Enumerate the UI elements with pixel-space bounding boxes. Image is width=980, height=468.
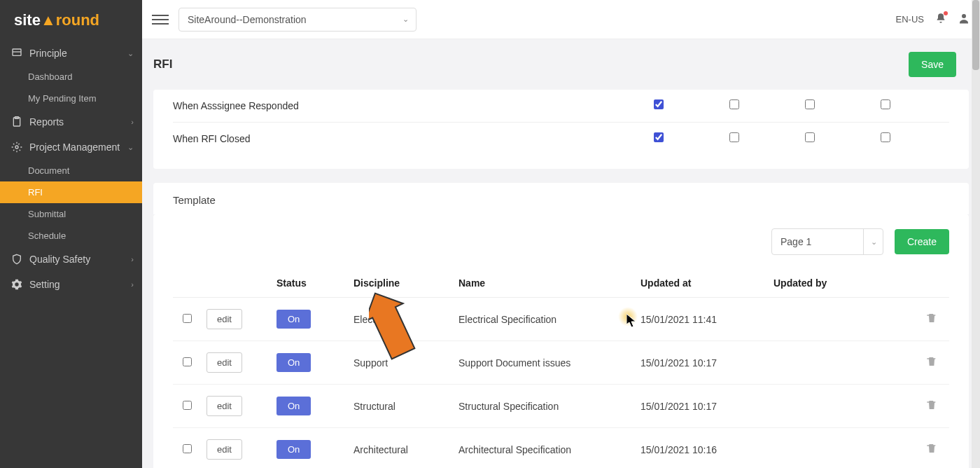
notif-cb-3[interactable]: [805, 99, 815, 109]
sidebar-sub-pending[interactable]: My Pending Item: [0, 88, 142, 109]
main: SiteAround--Demonstration ⌄ EN-US RFI Sa…: [142, 0, 980, 468]
notification-settings-card: When Asssignee Responded When RFI Closed: [153, 90, 969, 169]
th-name: Name: [453, 269, 635, 298]
sidebar-item-principle[interactable]: Principle ⌄: [0, 41, 142, 66]
delete-button[interactable]: [914, 385, 949, 428]
save-button[interactable]: Save: [909, 52, 956, 77]
cell-name: Support Document issues: [453, 341, 635, 385]
cell-discipline: Electrical: [348, 298, 453, 341]
cog-icon: [10, 279, 24, 290]
edit-button[interactable]: edit: [206, 396, 242, 416]
label: Reports: [29, 116, 64, 128]
logo-part1: site: [14, 11, 41, 29]
sidebar-sub-rfi[interactable]: RFI: [0, 181, 142, 203]
create-button[interactable]: Create: [895, 229, 949, 254]
label: Principle: [29, 48, 67, 59]
th-updated-by: Updated by: [768, 269, 914, 298]
notif-cb-3[interactable]: [805, 132, 815, 142]
cell-updated-at: 15/01/2021 10:17: [635, 385, 768, 428]
chevron-right-icon: ›: [131, 255, 134, 263]
table-row: editOnArchitecturalArchitectural Specifi…: [173, 428, 949, 469]
chevron-right-icon: ›: [131, 118, 134, 126]
status-badge: On: [276, 440, 311, 459]
sidebar-sub-schedule[interactable]: Schedule: [0, 225, 142, 247]
logo-part2: round: [56, 11, 99, 29]
cell-updated-by: [768, 428, 914, 469]
sidebar: site▲round Principle ⌄ Dashboard My Pend…: [0, 0, 142, 468]
delete-button[interactable]: [914, 298, 949, 341]
notif-cb-1[interactable]: [654, 99, 664, 109]
sidebar-item-quality-safety[interactable]: Quality Safety ›: [0, 247, 142, 272]
table-row: editOnSupportSupport Document issues15/0…: [173, 341, 949, 385]
sidebar-sub-document[interactable]: Document: [0, 160, 142, 181]
sidebar-sub-dashboard[interactable]: Dashboard: [0, 66, 142, 88]
notif-cb-2[interactable]: [729, 132, 739, 142]
notif-cb-4[interactable]: [881, 99, 890, 109]
notif-cb-2[interactable]: [729, 99, 739, 109]
delete-button[interactable]: [914, 341, 949, 385]
status-badge: On: [276, 353, 311, 372]
gear-icon: [10, 142, 24, 153]
scrollbar-track[interactable]: [972, 0, 980, 468]
row-checkbox[interactable]: [183, 444, 192, 453]
template-card: Page 1 ⌄ Create Status Discipline Name U…: [153, 214, 969, 468]
delete-button[interactable]: [914, 428, 949, 469]
chevron-right-icon: ›: [131, 280, 134, 289]
svg-rect-0: [13, 49, 21, 55]
clipboard-icon: [10, 116, 24, 128]
cell-discipline: Architectural: [348, 428, 453, 469]
notif-row-rfi-closed: When RFI Closed: [173, 123, 949, 155]
row-checkbox[interactable]: [183, 314, 192, 323]
page-header: RFI Save: [142, 39, 980, 90]
chevron-down-icon: ⌄: [863, 229, 877, 254]
scrollbar-thumb[interactable]: [972, 0, 979, 70]
edit-button[interactable]: edit: [206, 439, 242, 460]
row-checkbox[interactable]: [183, 401, 192, 410]
cell-updated-at: 15/01/2021 10:17: [635, 341, 768, 385]
chevron-down-icon: ⌄: [127, 143, 134, 152]
sidebar-sub-submittal[interactable]: Submittal: [0, 203, 142, 225]
cell-discipline: Structural: [348, 385, 453, 428]
svg-point-4: [15, 146, 18, 149]
content: When Asssignee Responded When RFI Closed…: [142, 90, 980, 468]
dashboard-icon: [10, 48, 24, 59]
notification-dot: [944, 11, 948, 15]
notif-row-assignee-responded: When Asssignee Responded: [173, 90, 949, 123]
page-selector[interactable]: Page 1 ⌄: [771, 228, 883, 255]
cell-name: Electrical Specification: [453, 298, 635, 341]
page-label: Page 1: [780, 236, 811, 247]
svg-point-5: [962, 14, 966, 18]
label: Quality Safety: [29, 254, 90, 265]
notif-cb-1[interactable]: [654, 132, 664, 142]
label: Project Management: [29, 142, 120, 153]
cell-updated-at: 15/01/2021 11:41: [635, 298, 768, 341]
project-name: SiteAround--Demonstration: [188, 14, 307, 25]
cell-updated-by: [768, 298, 914, 341]
notification-bell-icon[interactable]: [935, 13, 946, 27]
notif-label: When Asssignee Responded: [173, 100, 621, 111]
status-badge: On: [276, 310, 311, 329]
user-menu-icon[interactable]: [958, 12, 970, 27]
th-updated-at: Updated at: [635, 269, 768, 298]
edit-button[interactable]: edit: [206, 352, 242, 373]
logo: site▲round: [0, 0, 142, 41]
row-checkbox[interactable]: [183, 357, 192, 366]
shield-icon: [10, 254, 24, 265]
cell-discipline: Support: [348, 341, 453, 385]
label: Setting: [29, 279, 60, 290]
sidebar-item-setting[interactable]: Setting ›: [0, 272, 142, 297]
menu-toggle-icon[interactable]: [152, 11, 169, 28]
status-badge: On: [276, 397, 311, 415]
cell-updated-by: [768, 341, 914, 385]
cell-updated-by: [768, 385, 914, 428]
chevron-down-icon: ⌄: [402, 15, 409, 24]
table-row: editOnElectricalElectrical Specification…: [173, 298, 949, 341]
sidebar-item-project-management[interactable]: Project Management ⌄: [0, 135, 142, 160]
notif-cb-4[interactable]: [881, 132, 890, 142]
cell-updated-at: 15/01/2021 10:16: [635, 428, 768, 469]
edit-button[interactable]: edit: [206, 309, 242, 329]
template-table: Status Discipline Name Updated at Update…: [173, 269, 949, 468]
language-selector[interactable]: EN-US: [896, 14, 924, 25]
project-selector[interactable]: SiteAround--Demonstration ⌄: [178, 8, 416, 32]
sidebar-item-reports[interactable]: Reports ›: [0, 109, 142, 135]
